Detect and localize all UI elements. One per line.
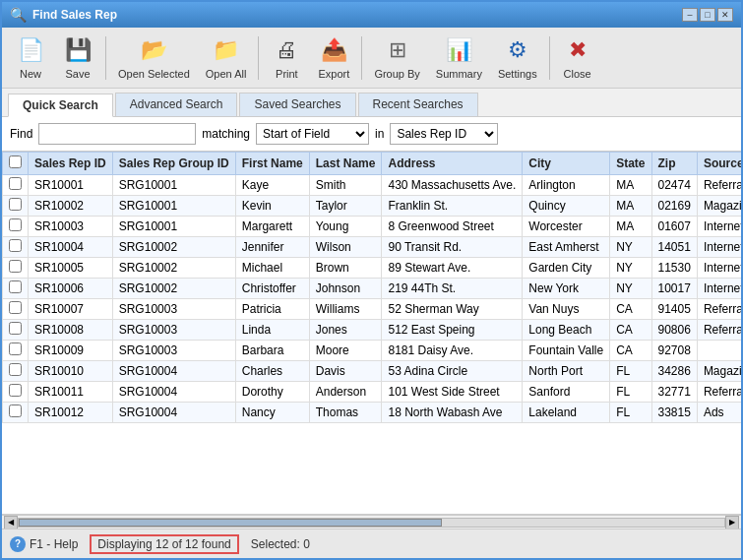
row-checkbox[interactable]	[9, 177, 22, 190]
row-checkbox-cell[interactable]	[3, 279, 29, 299]
row-checkbox-cell[interactable]	[3, 382, 29, 403]
cell-zip: 91405	[651, 299, 697, 320]
cell-city: New York	[523, 279, 610, 299]
row-checkbox[interactable]	[9, 322, 22, 335]
cell-source: Referral	[697, 382, 741, 403]
row-checkbox[interactable]	[9, 260, 22, 273]
row-checkbox[interactable]	[9, 404, 22, 417]
cell-city: North Port	[523, 361, 610, 382]
scrollbar-track[interactable]	[18, 518, 725, 528]
export-label: Export	[318, 68, 349, 80]
row-checkbox[interactable]	[9, 342, 22, 355]
row-checkbox-cell[interactable]	[3, 175, 29, 196]
open-all-button[interactable]: 📁 Open All	[199, 31, 254, 84]
selected-count: Selected: 0	[251, 537, 310, 551]
field-select[interactable]: Sales Rep ID First Name Last Name Addres…	[390, 123, 498, 145]
row-checkbox[interactable]	[9, 363, 22, 376]
row-checkbox[interactable]	[9, 384, 22, 397]
cell-zip: 90806	[651, 320, 697, 341]
col-sales-rep-group-id[interactable]: Sales Rep Group ID	[112, 153, 235, 175]
table-row[interactable]: SR10003 SRG10001 Margarett Young 8 Green…	[3, 217, 742, 237]
table-row[interactable]: SR10002 SRG10001 Kevin Taylor Franklin S…	[3, 196, 742, 217]
print-button[interactable]: 🖨 Print	[264, 31, 309, 84]
row-checkbox[interactable]	[9, 239, 22, 252]
tab-recent-searches[interactable]: Recent Searches	[358, 93, 478, 116]
col-checkbox	[3, 153, 29, 175]
row-checkbox-cell[interactable]	[3, 361, 29, 382]
cell-zip: 01607	[651, 217, 697, 237]
export-button[interactable]: 📤 Export	[311, 31, 356, 84]
select-all-checkbox[interactable]	[9, 156, 22, 168]
scrollbar-thumb[interactable]	[19, 519, 442, 527]
cell-first-name: Kaye	[235, 175, 309, 196]
help-section: ? F1 - Help	[10, 536, 78, 552]
row-checkbox[interactable]	[9, 218, 22, 231]
save-icon: 💾	[62, 34, 93, 66]
open-selected-button[interactable]: 📂 Open Selected	[111, 31, 197, 84]
row-checkbox-cell[interactable]	[3, 299, 29, 320]
table-row[interactable]: SR10012 SRG10004 Nancy Thomas 18 North W…	[3, 403, 742, 423]
summary-button[interactable]: 📊 Summary	[429, 31, 489, 84]
cell-address: 90 Transit Rd.	[382, 237, 523, 258]
close-window-button[interactable]: ✕	[717, 8, 733, 22]
table-row[interactable]: SR10006 SRG10002 Christoffer Johnson 219…	[3, 279, 742, 299]
row-checkbox-cell[interactable]	[3, 196, 29, 217]
row-checkbox-cell[interactable]	[3, 217, 29, 237]
row-checkbox-cell[interactable]	[3, 320, 29, 341]
cell-sales-rep-id: SR10012	[29, 403, 113, 423]
results-table: Sales Rep ID Sales Rep Group ID First Na…	[2, 152, 741, 423]
minimize-button[interactable]: –	[682, 8, 698, 22]
col-zip[interactable]: Zip	[651, 153, 697, 175]
cell-zip: 92708	[651, 341, 697, 361]
scroll-left-arrow[interactable]: ◀	[4, 516, 18, 529]
cell-address: 53 Adina Circle	[382, 361, 523, 382]
find-input[interactable]	[38, 123, 196, 145]
matching-select[interactable]: Start of Field Any Part of Field Exact M…	[256, 123, 369, 145]
row-checkbox[interactable]	[9, 301, 22, 314]
tab-quick-search[interactable]: Quick Search	[8, 93, 113, 117]
cell-city: Sanford	[523, 382, 610, 403]
save-button[interactable]: 💾 Save	[55, 31, 100, 84]
tab-saved-searches[interactable]: Saved Searches	[239, 93, 355, 116]
col-city[interactable]: City	[523, 153, 610, 175]
group-by-button[interactable]: ⊞ Group By	[367, 31, 426, 84]
table-row[interactable]: SR10007 SRG10003 Patricia Williams 52 Sh…	[3, 299, 742, 320]
table-row[interactable]: SR10011 SRG10004 Dorothy Anderson 101 We…	[3, 382, 742, 403]
row-checkbox-cell[interactable]	[3, 403, 29, 423]
table-row[interactable]: SR10010 SRG10004 Charles Davis 53 Adina …	[3, 361, 742, 382]
toolbar: 📄 New 💾 Save 📂 Open Selected 📁 Open All …	[2, 28, 741, 89]
cell-address: 52 Sherman Way	[382, 299, 523, 320]
col-first-name[interactable]: First Name	[235, 153, 309, 175]
table-row[interactable]: SR10005 SRG10002 Michael Brown 89 Stewar…	[3, 258, 742, 279]
row-checkbox-cell[interactable]	[3, 237, 29, 258]
col-state[interactable]: State	[610, 153, 651, 175]
settings-button[interactable]: ⚙ Settings	[491, 31, 544, 84]
row-checkbox[interactable]	[9, 198, 22, 211]
col-address[interactable]: Address	[382, 153, 523, 175]
cell-source: Ads	[697, 403, 741, 423]
maximize-button[interactable]: □	[700, 8, 715, 22]
cell-city: East Amherst	[523, 237, 610, 258]
row-checkbox-cell[interactable]	[3, 341, 29, 361]
cell-last-name: Anderson	[309, 382, 382, 403]
cell-first-name: Nancy	[235, 403, 309, 423]
new-button[interactable]: 📄 New	[8, 31, 53, 84]
main-window: 🔍 Find Sales Rep – □ ✕ 📄 New 💾 Save 📂 Op…	[0, 0, 743, 560]
close-button[interactable]: ✖ Close	[555, 31, 600, 84]
col-sales-rep-id[interactable]: Sales Rep ID	[29, 153, 113, 175]
separator-3	[361, 36, 362, 80]
row-checkbox-cell[interactable]	[3, 258, 29, 279]
col-source[interactable]: Source	[697, 153, 741, 175]
horizontal-scrollbar[interactable]: ◀ ▶	[2, 515, 741, 529]
cell-state: FL	[610, 403, 651, 423]
results-table-container[interactable]: Sales Rep ID Sales Rep Group ID First Na…	[2, 152, 741, 515]
table-row[interactable]: SR10001 SRG10001 Kaye Smith 430 Massachu…	[3, 175, 742, 196]
cell-sales-rep-id: SR10002	[29, 196, 113, 217]
col-last-name[interactable]: Last Name	[309, 153, 382, 175]
scroll-right-arrow[interactable]: ▶	[725, 516, 739, 529]
table-row[interactable]: SR10004 SRG10002 Jennifer Wilson 90 Tran…	[3, 237, 742, 258]
tab-advanced-search[interactable]: Advanced Search	[115, 93, 238, 116]
row-checkbox[interactable]	[9, 280, 22, 293]
table-row[interactable]: SR10008 SRG10003 Linda Jones 512 East Sp…	[3, 320, 742, 341]
table-row[interactable]: SR10009 SRG10003 Barbara Moore 8181 Dais…	[3, 341, 742, 361]
